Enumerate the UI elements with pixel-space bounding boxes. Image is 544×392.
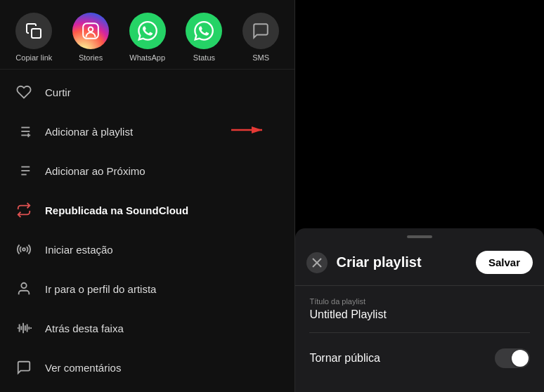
svg-rect-0 <box>32 29 41 38</box>
copy-link-label: Copiar link <box>15 53 52 62</box>
menu-curtir[interactable]: Curtir <box>0 72 294 112</box>
share-status[interactable]: Status <box>177 13 231 62</box>
close-button[interactable] <box>306 252 328 273</box>
svg-point-18 <box>22 248 25 251</box>
menu-report[interactable]: Denunciar <box>0 387 294 392</box>
menu-station[interactable]: Iniciar estação <box>0 230 294 269</box>
playlist-next-icon <box>14 161 34 181</box>
add-next-label: Adicionar ao Próximo <box>45 165 145 177</box>
toggle-row: Tornar pública <box>295 339 544 378</box>
status-label: Status <box>193 53 215 62</box>
right-panel: Criar playlist Salvar Título da playlist… <box>295 0 544 392</box>
public-toggle[interactable] <box>495 348 530 368</box>
menu-comments[interactable]: Ver comentários <box>0 348 294 387</box>
menu-artist-profile[interactable]: Ir para o perfil do artista <box>0 269 294 308</box>
whatsapp-label: WhatsApp <box>129 53 165 62</box>
menu-republish[interactable]: Republicada na SoundCloud <box>0 190 294 230</box>
bottom-sheet: Criar playlist Salvar Título da playlist… <box>295 228 544 392</box>
stories-label: Stories <box>79 53 103 62</box>
playlist-add-icon <box>14 122 34 141</box>
waveform-icon <box>14 318 34 338</box>
station-label: Iniciar estação <box>45 244 113 256</box>
sms-label: SMS <box>252 53 269 62</box>
toggle-label: Tornar pública <box>309 352 495 365</box>
share-copy-link[interactable]: Copiar link <box>7 13 61 62</box>
menu-add-playlist[interactable]: Adicionar à playlist <box>0 112 294 151</box>
toggle-knob <box>512 350 529 367</box>
svg-point-19 <box>21 283 26 288</box>
status-icon <box>186 13 222 49</box>
svg-point-2 <box>89 27 93 32</box>
curtir-label: Curtir <box>45 86 71 98</box>
save-button[interactable]: Salvar <box>476 251 533 274</box>
sms-icon <box>242 13 279 49</box>
field-value: Untitled Playlist <box>309 308 530 321</box>
share-whatsapp[interactable]: WhatsApp <box>120 13 174 62</box>
menu-add-next[interactable]: Adicionar ao Próximo <box>0 151 294 190</box>
menu-list: Curtir Adicionar à playlist <box>0 70 294 392</box>
radio-icon <box>14 240 34 259</box>
repost-icon <box>14 200 34 220</box>
sheet-header: Criar playlist Salvar <box>295 248 544 286</box>
behind-track-label: Atrás desta faixa <box>45 322 124 334</box>
left-panel: Copiar link Stories WhatsApp <box>0 0 294 392</box>
republish-label: Republicada na SoundCloud <box>45 204 188 216</box>
comments-label: Ver comentários <box>45 362 121 374</box>
field-label: Título da playlist <box>309 297 530 306</box>
heart-icon <box>14 82 34 102</box>
artist-profile-label: Ir para o perfil do artista <box>45 283 156 295</box>
sheet-title: Criar playlist <box>336 254 476 270</box>
svg-rect-1 <box>83 23 98 39</box>
playlist-title-field[interactable]: Título da playlist Untitled Playlist <box>295 286 544 327</box>
stories-icon <box>72 13 109 49</box>
share-row: Copiar link Stories WhatsApp <box>0 0 294 70</box>
share-sms[interactable]: SMS <box>234 13 288 62</box>
share-stories[interactable]: Stories <box>64 13 118 62</box>
sheet-divider <box>309 332 530 333</box>
menu-behind-track[interactable]: Atrás desta faixa <box>0 308 294 348</box>
sheet-handle <box>407 235 432 238</box>
comment-icon <box>14 358 34 377</box>
whatsapp-icon <box>129 13 166 49</box>
red-arrow <box>231 122 266 141</box>
copy-link-icon <box>15 13 52 49</box>
person-icon <box>14 279 34 299</box>
add-playlist-label: Adicionar à playlist <box>45 126 133 138</box>
